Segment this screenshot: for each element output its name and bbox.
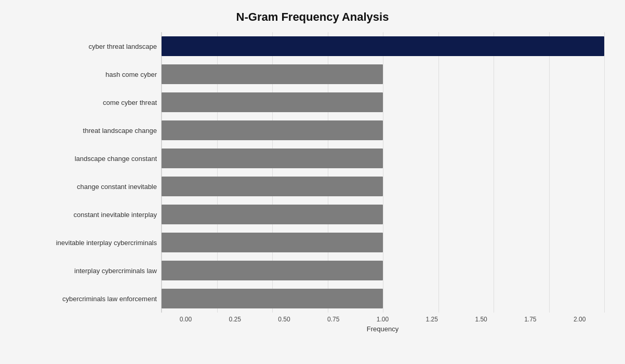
bar [162, 233, 383, 252]
x-tick: 0.75 [309, 316, 358, 323]
y-label: cyber threat landscape [88, 43, 157, 50]
bar [162, 120, 383, 140]
bars-and-grid: cyber threat landscapehash come cybercom… [21, 32, 604, 313]
x-tick: 2.00 [555, 316, 604, 323]
x-tick: 0.25 [210, 316, 260, 323]
bar [162, 205, 383, 224]
bar-row [162, 60, 604, 88]
bar-row [162, 257, 604, 285]
bar-row [162, 116, 604, 144]
bar [162, 36, 604, 56]
x-axis-label: Frequency [161, 325, 604, 333]
chart-title: N-Gram Frequency Analysis [21, 10, 604, 24]
bar-row [162, 285, 604, 313]
chart-area: cyber threat landscapehash come cybercom… [21, 32, 604, 333]
bar-row [162, 172, 604, 200]
y-label: change constant inevitable [77, 183, 157, 190]
bar-row [162, 144, 604, 172]
x-tick: 1.75 [506, 316, 555, 323]
y-label: constant inevitable interplay [74, 211, 157, 218]
bar [162, 149, 383, 168]
bar [162, 289, 383, 308]
plot-area [161, 32, 604, 313]
bar-row [162, 228, 604, 257]
y-label: come cyber threat [103, 99, 157, 106]
grid-line [604, 32, 605, 313]
x-tick: 0.00 [161, 316, 210, 323]
bar-row [162, 32, 604, 60]
bar-row [162, 200, 604, 228]
y-label: cybercriminals law enforcement [62, 295, 157, 302]
y-axis-labels: cyber threat landscapehash come cybercom… [21, 32, 161, 313]
y-label: inevitable interplay cybercriminals [56, 239, 157, 246]
bar [162, 92, 383, 112]
y-label: interplay cybercriminals law [74, 267, 157, 274]
y-label: landscape change constant [75, 155, 157, 162]
bar [162, 64, 383, 84]
bar-row [162, 88, 604, 116]
y-label: threat landscape change [83, 127, 157, 134]
x-axis: 0.000.250.500.751.001.251.501.752.00 [161, 316, 604, 323]
bar [162, 261, 383, 280]
chart-container: N-Gram Frequency Analysis cyber threat l… [0, 0, 625, 364]
y-label: hash come cyber [105, 71, 157, 78]
x-tick: 0.50 [260, 316, 309, 323]
x-tick: 1.00 [358, 316, 407, 323]
x-tick: 1.25 [407, 316, 457, 323]
x-tick: 1.50 [457, 316, 506, 323]
bar [162, 177, 383, 196]
